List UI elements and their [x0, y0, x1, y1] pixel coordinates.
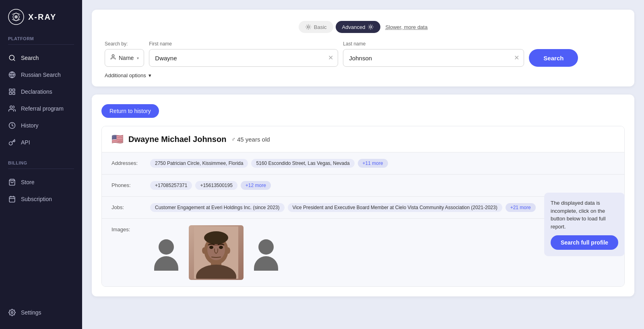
profile-header: 🇺🇸 Dwayne Michael Johnson ♂ 45 years old — [102, 126, 624, 152]
sidebar-history-label: History — [21, 122, 39, 129]
basic-mode-button[interactable]: Basic — [299, 21, 333, 33]
addresses-tags: 2750 Patrician Circle, Kissimmee, Florid… — [150, 159, 388, 168]
search-row: Search by: Name ▾ First name ✕ Last name — [105, 41, 621, 67]
address-tag-2: 5160 Escondido Street, Las Vegas, Nevada — [251, 159, 354, 168]
svg-point-17 — [11, 312, 13, 314]
sidebar-item-search[interactable]: Search — [0, 49, 82, 66]
sidebar-item-subscription[interactable]: Subscription — [0, 191, 82, 208]
person-photo — [189, 225, 244, 280]
bag-icon — [8, 178, 16, 186]
sidebar-item-referral[interactable]: Referral program — [0, 100, 82, 117]
gender-age: ♂ 45 years old — [231, 136, 270, 143]
svg-point-29 — [202, 247, 206, 254]
svg-point-20 — [112, 55, 114, 57]
jobs-label: Jobs: — [111, 203, 144, 210]
svg-point-1 — [14, 15, 18, 19]
addresses-row: Addresses: 2750 Patrician Circle, Kissim… — [102, 152, 624, 175]
country-flag: 🇺🇸 — [111, 134, 124, 145]
phone-tag-1: +17085257371 — [150, 181, 192, 190]
last-name-label: Last name — [343, 41, 524, 47]
profile-name: Dwayne Michael Johnson — [128, 135, 226, 144]
phone-tag-2: +15613500195 — [195, 181, 237, 190]
platform-divider — [8, 44, 74, 45]
grid-icon — [8, 88, 16, 96]
sidebar-search-label: Search — [21, 55, 39, 61]
sidebar-store-label: Store — [21, 179, 34, 185]
avatar-head-1 — [159, 239, 174, 255]
mode-note: Slower, more data — [385, 24, 427, 30]
svg-point-27 — [209, 246, 213, 249]
billing-divider — [8, 169, 74, 169]
svg-rect-7 — [13, 89, 15, 91]
sidebar-item-api[interactable]: API — [0, 134, 82, 151]
person-photo-svg — [194, 226, 238, 279]
clear-last-name-button[interactable]: ✕ — [513, 54, 520, 62]
svg-point-31 — [204, 231, 228, 244]
calendar-icon — [8, 195, 16, 203]
advanced-mode-button[interactable]: Advanced — [336, 21, 381, 33]
return-to-history-button[interactable]: Return to history — [101, 104, 159, 118]
additional-options-button[interactable]: Additional options ▾ — [105, 72, 621, 78]
clear-first-name-button[interactable]: ✕ — [327, 54, 334, 62]
svg-rect-8 — [9, 93, 11, 95]
svg-line-3 — [13, 59, 14, 60]
users-icon — [8, 105, 16, 113]
clock-icon — [8, 121, 16, 130]
last-name-input[interactable] — [343, 49, 524, 67]
avatar-body-2 — [254, 256, 278, 271]
search-button[interactable]: Search — [529, 49, 578, 67]
sidebar-api-label: API — [21, 139, 30, 146]
phones-tags: +17085257371 +15613500195 +12 more — [150, 181, 271, 190]
tooltip-text: The displayed data is incomplete, click … — [551, 200, 606, 230]
first-name-group: First name ✕ — [149, 41, 338, 67]
avatar-body-1 — [154, 256, 178, 271]
svg-rect-9 — [13, 93, 15, 95]
sidebar-russian-search-label: Russian Search — [21, 72, 61, 78]
logo: X-RAY — [0, 0, 82, 36]
svg-point-28 — [219, 246, 223, 249]
phone-more-tag[interactable]: +12 more — [241, 181, 271, 190]
key-icon — [8, 138, 16, 146]
sidebar-referral-label: Referral program — [21, 105, 64, 112]
age-text: 45 years old — [237, 136, 270, 143]
sidebar: X-RAY Platform Search Russian Search Dec… — [0, 0, 82, 329]
job-tag-1: Customer Engagement at Everi Holdings In… — [150, 203, 285, 212]
sidebar-item-russian-search[interactable]: Russian Search — [0, 66, 82, 83]
search-by-label: Search by: — [105, 41, 144, 47]
search-full-profile-button[interactable]: Search full profile — [551, 235, 618, 250]
sidebar-item-store[interactable]: Store — [0, 174, 82, 191]
avatar-head-2 — [258, 239, 274, 255]
svg-point-10 — [10, 106, 12, 108]
images-label: Images: — [111, 225, 144, 232]
sidebar-item-declarations[interactable]: Declarations — [0, 83, 82, 100]
chevron-down-icon: ▾ — [149, 72, 151, 78]
first-name-label: First name — [149, 41, 338, 47]
avatar-placeholder-2 — [250, 234, 282, 271]
person-icon — [110, 54, 116, 62]
search-by-value: Name — [119, 55, 134, 61]
last-name-group: Last name ✕ — [343, 41, 524, 67]
result-area: Return to history 🇺🇸 Dwayne Michael John… — [92, 95, 634, 296]
jobs-tags: Customer Engagement at Everi Holdings In… — [150, 203, 536, 212]
first-name-input[interactable] — [149, 49, 338, 67]
svg-point-18 — [307, 26, 309, 28]
svg-point-30 — [226, 247, 230, 254]
last-name-wrap: ✕ — [343, 49, 524, 67]
additional-options-label: Additional options — [105, 72, 146, 78]
address-more-tag[interactable]: +11 more — [358, 159, 388, 168]
logo-text: X-RAY — [28, 12, 56, 22]
sidebar-item-settings[interactable]: Settings — [0, 304, 82, 321]
main-content: Basic Advanced Slower, more data Search … — [82, 0, 644, 329]
sidebar-subscription-label: Subscription — [21, 196, 52, 202]
sidebar-item-history[interactable]: History — [0, 117, 82, 134]
mode-toggle: Basic Advanced Slower, more data — [105, 21, 621, 33]
search-by-select[interactable]: Name ▾ — [105, 49, 144, 67]
avatar-placeholder-1 — [150, 234, 182, 271]
svg-rect-13 — [9, 197, 15, 202]
job-more-tag[interactable]: +21 more — [506, 203, 536, 212]
search-card: Basic Advanced Slower, more data Search … — [92, 10, 634, 86]
platform-section-label: Platform — [0, 36, 82, 44]
side-tooltip: The displayed data is incomplete, click … — [544, 193, 625, 256]
chevron-down-icon: ▾ — [137, 56, 139, 60]
logo-icon — [8, 9, 24, 25]
